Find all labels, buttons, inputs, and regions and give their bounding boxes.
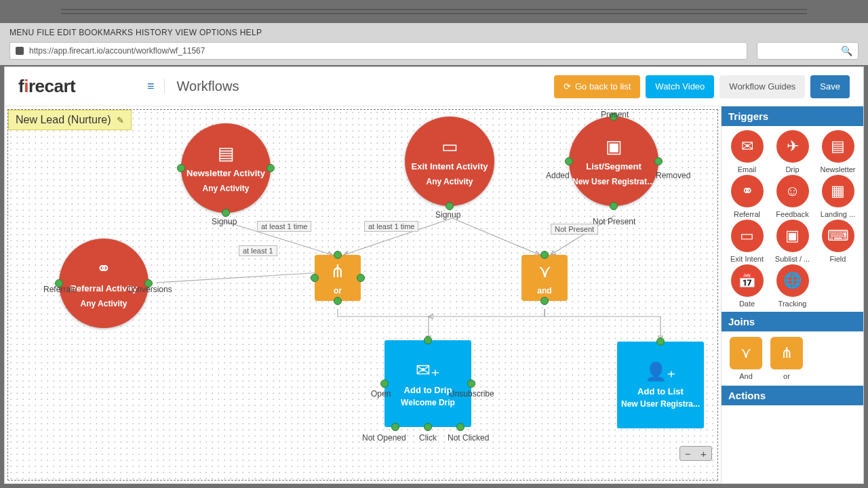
menu-bar[interactable]: MENU FILE EDIT BOOKMARKS HISTORY VIEW OP…: [0, 23, 868, 42]
node-referral[interactable]: ⚭ Referral Activity Any Activity: [59, 239, 149, 328]
menu-icon[interactable]: ≡: [147, 79, 155, 94]
people-icon: ⚭: [731, 175, 764, 207]
watch-video-button[interactable]: Watch Video: [646, 75, 714, 98]
port-label: Not Clicked: [448, 433, 489, 443]
edit-icon[interactable]: ✎: [117, 115, 124, 125]
tile-and[interactable]: ⋎And: [730, 337, 762, 380]
browser-search[interactable]: 🔍: [757, 42, 859, 60]
save-button[interactable]: Save: [810, 75, 850, 98]
port-label: Present: [601, 110, 629, 119]
node-list-segment[interactable]: ▣ List/Segment New User Registrat…: [569, 117, 658, 206]
node-exit-intent[interactable]: ▭ Exit Intent Activity Any Activity: [405, 117, 494, 206]
workflow-canvas[interactable]: New Lead (Nurture) ✎ ▤ N: [7, 109, 718, 481]
node-add-to-list[interactable]: 👤₊ Add to List New User Registra...: [617, 342, 704, 428]
edge-label: at least 1 time: [364, 221, 418, 232]
refresh-icon: ⟳: [564, 81, 571, 92]
workspace: New Lead (Nurture) ✎ ▤ N: [5, 106, 863, 483]
favicon: [16, 47, 24, 55]
logo[interactable]: firecart: [18, 76, 147, 97]
mail-plus-icon: ✉₊: [416, 360, 440, 381]
user-plus-icon: 👤₊: [645, 361, 676, 382]
edge-label: at least 1: [239, 245, 277, 256]
port-label: Click: [419, 433, 437, 443]
node-add-to-drip[interactable]: ✉₊ Add to Drip Welcome Drip: [384, 340, 471, 427]
zoom-control[interactable]: − +: [679, 446, 712, 461]
edge-label: at least 1 time: [257, 221, 311, 232]
triggers-header: Triggers: [722, 106, 863, 126]
window-icon: ▭: [731, 220, 764, 252]
send-icon: ✈: [776, 130, 809, 163]
workflow-guides-button[interactable]: Workflow Guides: [719, 75, 805, 98]
titlebar[interactable]: [0, 0, 868, 23]
contact-card-icon: ▣: [606, 136, 623, 157]
workflow-name-text: New Lead (Nurture): [16, 114, 111, 126]
back-button[interactable]: ⟳ Go back to list: [554, 75, 640, 98]
tile-tracking[interactable]: 🌐Tracking: [770, 264, 815, 308]
search-icon: 🔍: [841, 45, 852, 56]
edge-label: Not Present: [551, 224, 598, 235]
card-icon: ▣: [776, 220, 809, 252]
port-label: Open: [371, 389, 391, 399]
people-icon: ⚭: [96, 258, 111, 279]
port-label: Not Opened: [362, 433, 406, 443]
node-newsletter[interactable]: ▤ Newsletter Activity Any Activity: [181, 123, 271, 213]
address-bar[interactable]: https://app.firecart.io/account/workflow…: [9, 42, 747, 60]
browser-icon: ▭: [441, 136, 458, 157]
tile-email[interactable]: ✉Email: [724, 130, 770, 174]
port-label: Conversions: [127, 285, 172, 294]
newsletter-icon: ▤: [218, 143, 235, 164]
port-label: Removed: [656, 171, 690, 180]
browser-window: MENU FILE EDIT BOOKMARKS HISTORY VIEW OP…: [0, 0, 868, 488]
merge-icon: ⋔: [330, 261, 345, 282]
zoom-out[interactable]: −: [685, 448, 691, 460]
tile-feedback[interactable]: ☺Feedback: [770, 175, 815, 218]
split-icon: ⋎: [538, 261, 551, 282]
tile-referral[interactable]: ⚭Referral: [724, 175, 770, 218]
app-frame: firecart ≡ Workflows ⟳ Go back to list W…: [4, 66, 864, 484]
merge-icon: ⋔: [770, 337, 803, 369]
list-icon: ▤: [822, 130, 854, 163]
tile-exit-intent[interactable]: ▭Exit Intent: [724, 220, 770, 263]
workflow-name[interactable]: New Lead (Nurture) ✎: [8, 110, 132, 130]
tile-field[interactable]: ⌨Field: [815, 220, 861, 263]
split-icon: ⋎: [730, 337, 762, 369]
tile-drip[interactable]: ✈Drip: [770, 130, 815, 174]
tile-landing[interactable]: ▦Landing ...: [815, 175, 861, 218]
node-or[interactable]: ⋔ or: [315, 255, 361, 301]
globe-icon: 🌐: [776, 264, 809, 297]
tile-or[interactable]: ⋔or: [770, 337, 803, 380]
actions-header: Actions: [722, 386, 863, 405]
calendar-icon: 📅: [731, 264, 764, 297]
headset-icon: ☺: [776, 175, 809, 207]
joins-grid: ⋎And ⋔or: [722, 331, 863, 386]
port-label: Unsubscribe: [449, 389, 494, 399]
tile-sublist[interactable]: ▣Sublist / ...: [770, 220, 815, 263]
zoom-in[interactable]: +: [701, 448, 707, 460]
envelope-icon: ✉: [731, 130, 764, 163]
palette-sidebar: Triggers ✉Email ✈Drip ▤Newsletter ⚭Refer…: [721, 106, 863, 483]
port-label: Not Present: [593, 217, 635, 226]
tile-date[interactable]: 📅Date: [724, 264, 770, 308]
url-text: https://app.firecart.io/account/workflow…: [29, 46, 205, 56]
page-icon: ▦: [822, 175, 854, 207]
joins-header: Joins: [722, 312, 863, 331]
page-title: Workflows: [164, 79, 239, 94]
port-label: Signup: [435, 210, 460, 220]
port-label: Signup: [212, 217, 237, 226]
node-and[interactable]: ⋎ and: [521, 255, 568, 301]
app-header: firecart ≡ Workflows ⟳ Go back to list W…: [5, 67, 863, 106]
address-row: https://app.firecart.io/account/workflow…: [0, 42, 868, 65]
input-icon: ⌨: [822, 220, 854, 252]
tile-newsletter[interactable]: ▤Newsletter: [815, 130, 861, 174]
port-label: Added: [546, 171, 570, 180]
port-label: Referrals: [43, 285, 77, 294]
triggers-grid: ✉Email ✈Drip ▤Newsletter ⚭Referral ☺Feed…: [722, 126, 863, 312]
